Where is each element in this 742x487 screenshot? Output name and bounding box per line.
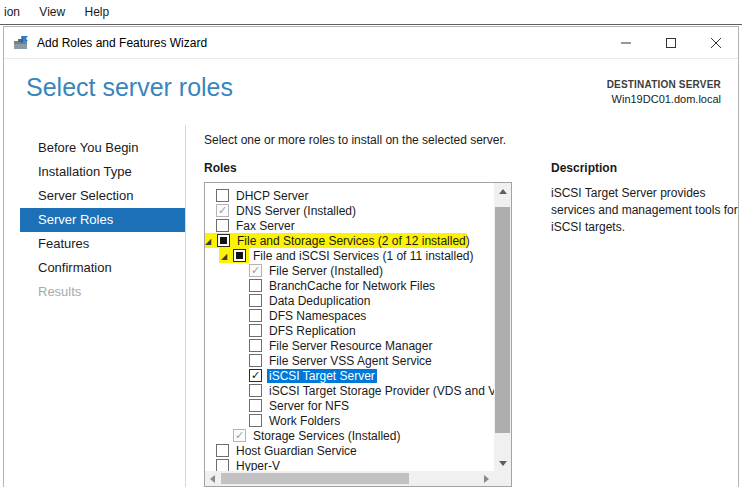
scroll-left-icon[interactable] xyxy=(205,471,220,486)
menu-item-help[interactable]: Help xyxy=(85,5,110,19)
role-row-storage-services-installed[interactable]: ✓Storage Services (Installed) xyxy=(205,428,494,443)
scroll-right-icon[interactable] xyxy=(479,471,494,486)
role-row-server-for-nfs[interactable]: Server for NFS xyxy=(205,398,494,413)
role-checkbox[interactable] xyxy=(249,414,262,427)
role-checkbox[interactable]: ✓ xyxy=(233,429,246,442)
role-row-dfs-namespaces[interactable]: DFS Namespaces xyxy=(205,308,494,323)
role-label: File and Storage Services (2 of 12 insta… xyxy=(235,234,472,248)
role-checkbox[interactable]: ✓ xyxy=(249,264,262,277)
role-row-file-and-iscsi-services-1-of-11-installed[interactable]: ◢File and iSCSI Services (1 of 11 instal… xyxy=(205,248,494,263)
menu-item-action[interactable]: ion xyxy=(4,5,20,19)
sidebar-item-results: Results xyxy=(20,280,185,304)
role-checkbox[interactable] xyxy=(249,339,262,352)
collapse-expander-icon[interactable]: ◢ xyxy=(221,251,233,261)
role-label: BranchCache for Network Files xyxy=(267,279,437,293)
wizard-app-icon xyxy=(13,35,29,51)
destination-server-label: DESTINATION SERVER xyxy=(607,79,721,90)
collapse-expander-icon[interactable]: ◢ xyxy=(205,236,217,246)
role-label: Server for NFS xyxy=(267,399,351,413)
role-label: DFS Replication xyxy=(267,324,358,338)
destination-server-block: DESTINATION SERVER Win19DC01.dom.local xyxy=(607,79,721,105)
role-row-iscsi-target-server[interactable]: ✓iSCSI Target Server xyxy=(205,368,494,383)
role-row-iscsi-target-storage-provider-vds-and-vss[interactable]: iSCSI Target Storage Provider (VDS and V… xyxy=(205,383,494,398)
menu-item-view[interactable]: View xyxy=(39,5,65,19)
role-label: Fax Server xyxy=(234,219,297,233)
description-title: Description xyxy=(551,161,742,175)
minimize-button[interactable] xyxy=(603,28,648,58)
close-button[interactable] xyxy=(693,28,738,58)
vertical-scrollbar-thumb[interactable] xyxy=(495,207,510,433)
role-row-host-guardian-service[interactable]: Host Guardian Service xyxy=(205,443,494,458)
role-label: DNS Server (Installed) xyxy=(234,204,358,218)
role-checkbox[interactable] xyxy=(216,444,229,457)
role-label: DHCP Server xyxy=(234,189,310,203)
role-checkbox[interactable] xyxy=(249,324,262,337)
description-text: iSCSI Target Server provides services an… xyxy=(551,185,742,235)
role-row-file-and-storage-services-2-of-12-installed[interactable]: ◢File and Storage Services (2 of 12 inst… xyxy=(205,233,494,248)
role-label: Data Deduplication xyxy=(267,294,372,308)
roles-tree-listbox: DHCP Server✓DNS Server (Installed)Fax Se… xyxy=(204,182,512,487)
scroll-down-icon[interactable] xyxy=(494,455,511,471)
role-label: iSCSI Target Server xyxy=(267,369,377,383)
roles-list-label: Roles xyxy=(204,161,530,175)
roles-tree: DHCP Server✓DNS Server (Installed)Fax Se… xyxy=(205,183,494,471)
role-row-branchcache-for-network-files[interactable]: BranchCache for Network Files xyxy=(205,278,494,293)
role-label: iSCSI Target Storage Provider (VDS and V… xyxy=(267,384,494,398)
role-checkbox[interactable] xyxy=(249,399,262,412)
scrollbar-corner xyxy=(494,471,511,486)
role-row-data-deduplication[interactable]: Data Deduplication xyxy=(205,293,494,308)
role-row-fax-server[interactable]: Fax Server xyxy=(205,218,494,233)
role-row-file-server-installed[interactable]: ✓File Server (Installed) xyxy=(205,263,494,278)
role-label: DFS Namespaces xyxy=(267,309,368,323)
role-checkbox[interactable] xyxy=(249,354,262,367)
role-row-hyper-v[interactable]: Hyper-V xyxy=(205,458,494,471)
sidebar-item-server-selection[interactable]: Server Selection xyxy=(20,184,185,208)
wizard-window: Add Roles and Features Wizard Select ser… xyxy=(3,26,739,487)
role-checkbox[interactable] xyxy=(216,219,229,232)
sidebar-item-confirmation[interactable]: Confirmation xyxy=(20,256,185,280)
description-panel: Description iSCSI Target Server provides… xyxy=(551,125,742,487)
instruction-text: Select one or more roles to install on t… xyxy=(204,133,530,147)
role-label: Host Guardian Service xyxy=(234,444,359,458)
role-checkbox[interactable] xyxy=(249,294,262,307)
role-checkbox[interactable] xyxy=(217,234,230,247)
horizontal-scrollbar-thumb[interactable] xyxy=(221,473,409,484)
role-checkbox[interactable] xyxy=(233,249,246,262)
role-row-file-server-resource-manager[interactable]: File Server Resource Manager xyxy=(205,338,494,353)
sidebar-item-features[interactable]: Features xyxy=(20,232,185,256)
role-label: File Server VSS Agent Service xyxy=(267,354,434,368)
role-row-file-server-vss-agent-service[interactable]: File Server VSS Agent Service xyxy=(205,353,494,368)
role-row-dfs-replication[interactable]: DFS Replication xyxy=(205,323,494,338)
sidebar-item-server-roles[interactable]: Server Roles xyxy=(20,208,185,232)
vertical-scrollbar[interactable] xyxy=(494,183,511,471)
role-checkbox[interactable]: ✓ xyxy=(216,204,229,217)
role-row-dns-server-installed[interactable]: ✓DNS Server (Installed) xyxy=(205,203,494,218)
screen: ion View Help Add Roles and Features Wiz… xyxy=(0,0,742,487)
wizard-content: Before You BeginInstallation TypeServer … xyxy=(4,125,738,487)
role-checkbox[interactable]: ✓ xyxy=(249,369,262,382)
role-checkbox[interactable] xyxy=(216,189,229,202)
role-row-dhcp-server[interactable]: DHCP Server xyxy=(205,188,494,203)
role-checkbox[interactable] xyxy=(216,459,229,471)
destination-server-name: Win19DC01.dom.local xyxy=(607,93,721,105)
maximize-button[interactable] xyxy=(648,28,693,58)
role-label: Storage Services (Installed) xyxy=(251,429,402,443)
window-title: Add Roles and Features Wizard xyxy=(37,36,603,50)
scroll-up-icon[interactable] xyxy=(494,183,511,199)
role-checkbox[interactable] xyxy=(249,279,262,292)
role-label: File and iSCSI Services (1 of 11 install… xyxy=(251,249,476,263)
role-label: Work Folders xyxy=(267,414,342,428)
wizard-steps-sidebar: Before You BeginInstallation TypeServer … xyxy=(4,125,186,487)
sidebar-item-before-you-begin[interactable]: Before You Begin xyxy=(20,136,185,160)
main-panel: Select one or more roles to install on t… xyxy=(186,125,530,487)
title-bar: Add Roles and Features Wizard xyxy=(4,27,738,59)
sidebar-item-installation-type[interactable]: Installation Type xyxy=(20,160,185,184)
role-checkbox[interactable] xyxy=(249,384,262,397)
role-label: File Server Resource Manager xyxy=(267,339,434,353)
wizard-header: Select server roles DESTINATION SERVER W… xyxy=(4,59,738,125)
role-label: File Server (Installed) xyxy=(267,264,385,278)
role-checkbox[interactable] xyxy=(249,309,262,322)
role-row-work-folders[interactable]: Work Folders xyxy=(205,413,494,428)
horizontal-scrollbar[interactable] xyxy=(205,471,494,486)
parent-menu-bar: ion View Help xyxy=(0,0,742,25)
